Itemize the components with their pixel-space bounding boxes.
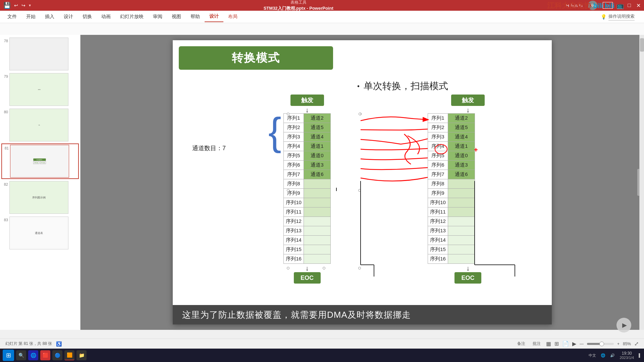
tab-help[interactable]: 帮助 [186,12,205,22]
slide-img-79[interactable]: 扫描模式图 [9,73,68,106]
slide-num-81: 81 [3,146,9,150]
reading-view-icon[interactable]: 📄 [562,341,569,347]
right-eoc-arrow: ↓ [466,264,470,272]
left-diagram: 触发 ↓ 序列1 通道2 序列2 通道5 [283,95,331,284]
speaker-icon[interactable]: 🔊 [610,353,615,358]
close-btn[interactable]: ✕ [636,2,641,9]
subtitle-bar: 这里为了防止数据被覆盖，就需要用DMA及时将数据挪走 [173,305,552,324]
show-desktop-btn[interactable]: ▌ [639,353,641,357]
search-button[interactable]: 🔍 [16,350,26,360]
tab-layout[interactable]: 布局 [223,12,242,22]
table-row: 序列12 [428,217,475,226]
search-icon: 🔍 [18,353,24,358]
bullet-section: • 单次转换，扫描模式 [357,80,448,93]
slide-num-78: 78 [2,39,8,43]
slide-img-78[interactable]: 输入表 列1 列2 列3 列4 [9,38,68,70]
tab-animations[interactable]: 动画 [97,12,115,22]
handle-mr [358,189,361,192]
powerpoint-taskbar[interactable]: 🟧 [64,350,74,360]
tab-file[interactable]: 文件 [3,12,21,22]
lang-indicator[interactable]: 中文 [589,353,596,358]
search-label[interactable]: 操作说明搜索 [608,13,635,20]
tab-transitions[interactable]: 切换 [78,12,97,22]
seq-label: 序列1 [284,114,304,123]
table-row: 序列3 通道4 [284,132,331,142]
slide-img-80[interactable]: 序列图 [9,109,68,141]
ch-cell: 通道2 [304,114,331,123]
slide-panel[interactable]: 78 输入表 列1 列2 列3 列4 [0,35,80,330]
clock-area[interactable]: 19:30 2023/1/4 [620,351,634,360]
right-trigger-arrow: ↓ [451,107,485,113]
slide-thumb-82[interactable]: 82 序列图示例 [1,180,79,215]
tools-label: 表格工具 [290,0,307,5]
tab-design[interactable]: 设计 [59,12,78,22]
slide-img-83[interactable]: 通道表 [9,217,68,249]
play-button[interactable]: ▶ [616,318,631,333]
tab-insert[interactable]: 插入 [40,12,59,22]
network-icon[interactable]: 🌐 [601,353,605,358]
left-sequence-table: 序列1 通道2 序列2 通道5 序列3 通道4 序列4 [283,113,331,264]
zoom-slider[interactable] [587,343,614,345]
tab-review[interactable]: 审阅 [148,12,167,22]
vertical-scrollbar[interactable] [639,35,644,330]
slide-thumb-83[interactable]: 83 通道表 [1,216,79,250]
table-row: 序列16 [428,254,475,264]
left-trigger-box: 触发 [290,95,324,106]
play-icon: ▶ [622,321,627,329]
ie-button[interactable]: 🌐 [28,350,38,360]
scrollbar-thumb[interactable] [640,38,644,52]
slide-sorter-icon[interactable]: ⊞ [554,341,559,347]
start-button[interactable]: ⊞ [3,350,14,361]
lightbulb-icon: 💡 [601,14,606,19]
left-trigger-label: 触发 [301,96,313,104]
minus-zoom[interactable]: — [580,342,584,346]
app3-button[interactable]: 🔵 [52,350,62,360]
slide-thumb-81[interactable]: 81 转换模式 序列表 序列表 [1,143,79,179]
table-row: 序列16 [284,254,331,264]
app2-button[interactable]: 🟥 [40,350,50,360]
slide-title: 转换模式 [232,50,280,66]
table-row: 序列8 [428,179,475,189]
table-row: 序列7 通道6 [428,170,475,179]
statusbar: 幻灯片 第 81 张，共 88 张 ♿ 备注 批注 ▦ ⊞ 📄 ▶ — + 85… [0,339,644,349]
right-sequence-table: 序列1 通道2 序列2 通道5 序列3 通道4 序列4 [428,113,475,264]
taskbar-right: 中文 🌐 🔊 19:30 2023/1/4 ▌ [589,351,641,360]
normal-view-icon[interactable]: ▦ [546,341,551,347]
left-eoc-box: EOC [294,272,321,284]
tab-slideshow[interactable]: 幻灯片放映 [115,12,148,22]
table-row: 序列9 [284,189,331,198]
ribbon-placeholder [5,26,9,32]
tab-start[interactable]: 开始 [21,12,40,22]
save-icon[interactable]: 💾 [3,2,11,9]
table-row: 序列10 [284,198,331,207]
slide-thumb-79[interactable]: 79 扫描模式图 [1,72,79,107]
undo-icon[interactable]: ↩ [14,3,18,8]
notes-btn[interactable]: 备注 [515,340,527,347]
slide-img-81[interactable]: 转换模式 序列表 序列表 [10,145,69,178]
slideshow-icon[interactable]: ▶ [572,341,576,347]
table-row: 序列1 通道2 [284,114,331,123]
accessibility-icon[interactable]: ♿ [56,341,62,347]
zoom-level: 85% [623,342,631,346]
ribbon-tab-row: 文件 开始 插入 设计 切换 动画 幻灯片放映 审阅 视图 帮助 设计 布局 💡… [0,11,644,23]
plus-zoom[interactable]: + [617,342,620,346]
tab-view[interactable]: 视图 [167,12,186,22]
comments-btn[interactable]: 批注 [531,340,543,347]
redo-icon[interactable]: ↪ [21,3,25,8]
tab-design-active[interactable]: 设计 [205,11,223,22]
table-row: 序列5 通道0 [284,151,331,161]
table-row: 序列15 [284,245,331,254]
slide-thumb-80[interactable]: 80 序列图 [1,108,79,142]
slide-thumb-78[interactable]: 78 输入表 列1 列2 列3 列4 [1,37,79,71]
maximize-btn[interactable]: □ [628,2,631,8]
handle-bl [287,267,289,269]
ie-icon: 🌐 [31,353,36,358]
slide-img-82[interactable]: 序列图示例 [9,181,68,214]
table-row: 序列10 [428,198,475,207]
zoom-handle[interactable] [599,342,604,346]
explorer-button[interactable]: 📁 [76,350,87,360]
left-eoc-arrow: ↓ [306,264,309,272]
fit-slide-icon[interactable]: ⤢ [634,341,639,347]
table-row: 序列4 通道1 [284,142,331,151]
table-row: 序列11 [284,207,331,217]
